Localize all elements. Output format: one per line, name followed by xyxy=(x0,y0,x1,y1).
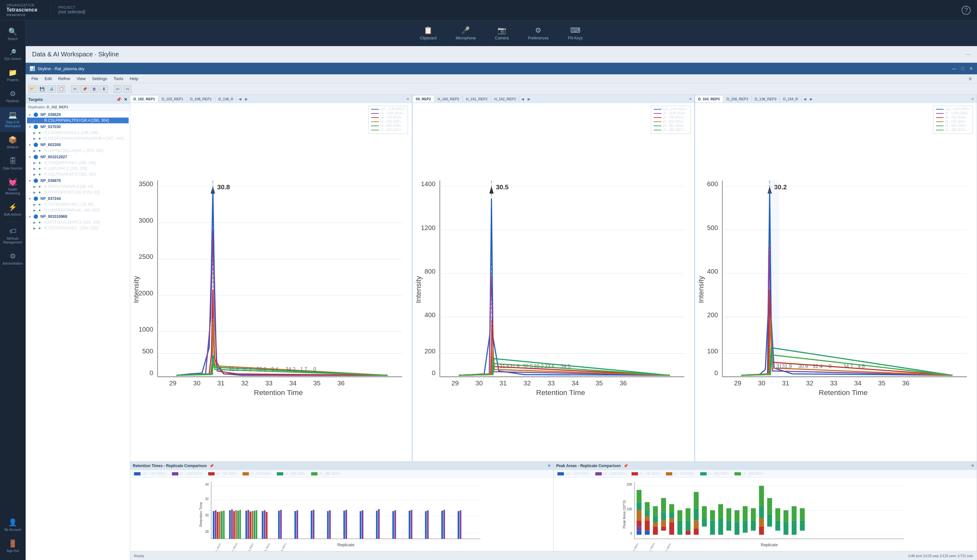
sidebar-item-administration[interactable]: ⚙ Administration xyxy=(0,248,25,270)
tree-expand-icon[interactable]: ▶ xyxy=(33,221,38,224)
tree-node-peptide[interactable]: ▶ ● K.LQPLDFK.E [203, 209] xyxy=(27,166,129,172)
sidebar-item-data-workspace[interactable]: 💻 Data & AI Workspace xyxy=(0,107,25,132)
retention-close-button[interactable]: ✕ xyxy=(547,463,551,468)
chart-tab-d138rep3[interactable]: D_138_REP3 xyxy=(751,96,780,102)
tree-node-peptide[interactable]: ▶ ● R.LMSPEEKPAPAAK.- [90, 102] xyxy=(27,207,129,213)
help-icon[interactable]: ? xyxy=(962,6,970,15)
chart-nav-prev-3[interactable]: ◀ xyxy=(801,97,808,102)
tree-expand-icon[interactable]: ▶ xyxy=(33,191,38,194)
tree-expand-icon[interactable]: ▶ xyxy=(33,185,38,188)
tool-paste[interactable]: 📌 xyxy=(80,85,89,93)
menu-file[interactable]: File xyxy=(28,75,41,82)
menu-refine[interactable]: Refine xyxy=(55,75,74,82)
tool-redo[interactable]: ↪ xyxy=(123,85,132,93)
tree-expand-icon[interactable]: ▼ xyxy=(28,143,33,147)
chart-tab-d108rep1[interactable]: D_108_REP1 xyxy=(187,96,215,102)
tree-node-peptide[interactable]: ▶ ● R.GSYNLQDLLAQAK.L [379, 391] xyxy=(27,148,129,153)
targets-close-button[interactable]: ✕ xyxy=(124,97,127,102)
chart-close-button-3[interactable]: ✕ xyxy=(969,97,977,102)
tree-expand-icon[interactable]: ▶ xyxy=(33,203,38,206)
tree-expand-icon[interactable]: ▶ xyxy=(33,173,38,176)
tree-expand-icon[interactable]: ▶ xyxy=(33,149,38,152)
tree-expand-icon[interactable]: ▼ xyxy=(28,113,33,117)
tree-expand-icon[interactable]: ▶ xyxy=(33,119,38,122)
chart-close-button[interactable]: ✕ xyxy=(404,97,412,102)
tree-node-peptide[interactable]: ▶ ● R.LGGEEVSVACK.L [238, 248] xyxy=(27,130,129,135)
sidebar-item-sign-out[interactable]: 🚪 Sign Out xyxy=(0,536,25,557)
sidebar-item-sql-search[interactable]: 🔎 SQL Search xyxy=(0,45,25,65)
tree-node-peptide[interactable]: ▶ ● R.TDTPVOGCHLF... [200, 216] xyxy=(27,225,129,231)
tree-expand-icon[interactable]: ▼ xyxy=(28,197,33,200)
tree-node-peptide[interactable]: ▶ ● K.GTITSIAALDDPK.S [154, 165] xyxy=(27,220,129,225)
tree-expand-icon[interactable]: ▼ xyxy=(28,155,33,159)
tree-node-np001012027[interactable]: ▼ 🔵 NP_001012027 xyxy=(27,154,129,160)
chart-nav-next-2[interactable]: ▶ xyxy=(526,97,532,102)
tool-import[interactable]: ⬇ xyxy=(100,85,108,93)
tree-expand-icon[interactable]: ▶ xyxy=(33,208,38,212)
toolbar-microphone[interactable]: 🎤 Microphone xyxy=(456,26,476,40)
menu-settings[interactable]: Settings xyxy=(89,75,110,82)
tool-undo[interactable]: ↩ xyxy=(114,85,122,93)
toolbar-fn-keys[interactable]: ⌨ FN Keys xyxy=(568,26,583,40)
chart-tab-h162rep2[interactable]: H_162_REP2 xyxy=(491,96,519,102)
chart-nav-prev[interactable]: ◀ xyxy=(237,97,243,102)
sidebar-item-health-monitoring[interactable]: 💓 Health Monitoring xyxy=(0,174,25,199)
tree-node-peptide[interactable]: ▶ ● K.DFATVYVDAVK.D [36, 46] xyxy=(27,183,129,189)
tree-expand-icon[interactable]: ▶ xyxy=(33,137,38,140)
toolbar-preferences[interactable]: ⚙ Preferences xyxy=(528,26,549,40)
sidebar-item-artifacts[interactable]: 📦 Artifacts xyxy=(0,132,25,153)
close-button[interactable]: ✕ xyxy=(969,66,973,71)
tree-node-peptide[interactable]: ▶ ● R.DYVSQFESSTLGK.Q [51, 63] xyxy=(27,189,129,195)
tree-expand-icon[interactable]: ▼ xyxy=(28,215,33,218)
sidebar-item-data-sources[interactable]: 🗄 Data Sources xyxy=(0,153,25,174)
tree-expand-icon[interactable]: ▶ xyxy=(33,161,38,165)
chart-tab-d103rep3[interactable]: D_103_REP3 xyxy=(695,96,723,102)
chart-nav-next-3[interactable]: ▶ xyxy=(808,97,815,102)
toolbar-clipboard[interactable]: 📋 Clipboard xyxy=(420,26,436,40)
toolbar-expand-button[interactable]: ⊞ xyxy=(969,77,974,81)
targets-pin-button[interactable]: 📌 xyxy=(116,97,121,102)
tree-node-np602308[interactable]: ▼ 🔵 NP_602308 xyxy=(27,142,129,148)
tool-copy[interactable]: 📋 xyxy=(57,85,65,93)
tree-node-peptide-selected[interactable]: ▶ ● R.CSLPRPWALTFSYGR.A [290, 304] xyxy=(27,118,129,123)
chart-nav-prev-2[interactable]: ◀ xyxy=(519,97,526,102)
chart-tab-h160rep2[interactable]: H_160_REP2 xyxy=(434,96,463,102)
chart-tab-d103rep1[interactable]: D_103_REP1 xyxy=(159,96,187,102)
chart-nav-next[interactable]: ▶ xyxy=(243,97,249,102)
tree-node-np036870[interactable]: ▼ 🔵 NP_036870 xyxy=(27,178,129,183)
chart-tab-d154r[interactable]: D_154_R xyxy=(780,96,801,102)
tree-node-peptide[interactable]: ▶ ● K.TSDQIHFFFAK.L [148, 158] xyxy=(27,160,129,166)
peak-areas-pin-button[interactable]: 📌 xyxy=(624,464,628,468)
tree-node-peptide[interactable]: ▶ ● K.SQLPGIIAEGR.D [382, 392] xyxy=(27,172,129,177)
sidebar-item-bulk-actions[interactable]: ⚡ Bulk Actions xyxy=(0,199,25,220)
tree-expand-icon[interactable]: ▶ xyxy=(33,227,38,230)
sidebar-item-projects[interactable]: 📁 Projects xyxy=(0,65,25,86)
tree-expand-icon[interactable]: ▼ xyxy=(28,125,33,129)
tree-node-peptide[interactable]: ▶ ● K.VGQPGDAGAAGPVAPLCPGR.V [327, 346] xyxy=(27,135,129,141)
chart-tab-h161rep2[interactable]: H_161_REP2 xyxy=(463,96,491,102)
toolbar-camera[interactable]: 📷 Camera xyxy=(495,26,509,40)
chart-close-button-2[interactable]: ✕ xyxy=(686,97,694,102)
peak-areas-close-button[interactable]: ✕ xyxy=(971,463,974,468)
tree-node-np001010968[interactable]: ▼ 🔵 NP_001010968 xyxy=(27,214,129,220)
menu-help[interactable]: Help xyxy=(126,75,141,82)
tree-expand-icon[interactable]: ▶ xyxy=(33,131,38,135)
tool-open[interactable]: 📂 xyxy=(28,85,37,93)
tool-cut[interactable]: ✂ xyxy=(71,85,79,93)
tool-delete[interactable]: 🗑 xyxy=(90,85,99,93)
minimize-button[interactable]: — xyxy=(952,66,957,71)
menu-tools[interactable]: Tools xyxy=(110,75,126,82)
tool-save[interactable]: 💾 xyxy=(38,85,46,93)
tree-node-np037030[interactable]: ▼ 🔵 NP_037030 xyxy=(27,124,129,130)
tree-expand-icon[interactable]: ▶ xyxy=(33,167,38,170)
sidebar-item-attribute-management[interactable]: 🏷 Attribute Management xyxy=(0,223,25,248)
tree-expand-icon[interactable]: ▼ xyxy=(28,179,33,183)
chart-tab-d108rep3[interactable]: D_108_REP3 xyxy=(723,96,751,102)
maximize-button[interactable]: □ xyxy=(962,66,964,71)
tree-node-np037244[interactable]: ▼ 🔵 NP_037244 xyxy=(27,196,129,202)
sidebar-item-my-account[interactable]: 👤 My Account xyxy=(0,515,25,536)
menu-edit[interactable]: Edit xyxy=(41,75,55,82)
menu-view[interactable]: View xyxy=(74,75,89,82)
retention-pin-button[interactable]: 📌 xyxy=(209,464,214,468)
tree-node-peptide[interactable]: ▶ ● R.TGTNLMDFLSR.L [79, 89] xyxy=(27,202,129,207)
